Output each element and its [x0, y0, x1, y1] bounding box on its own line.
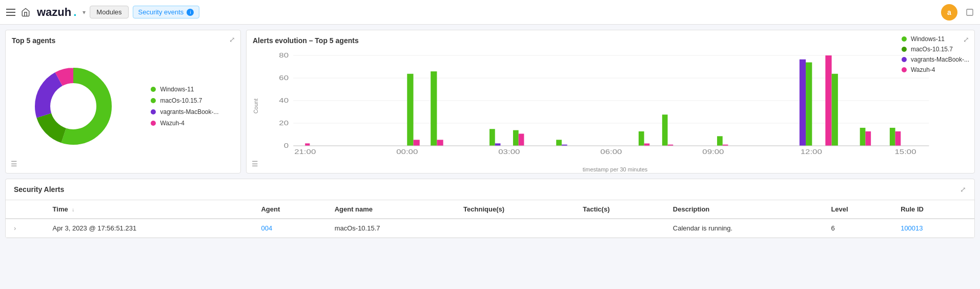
col-rule-id[interactable]: Rule ID	[892, 200, 974, 219]
top5-agents-title: Top 5 agents	[12, 36, 234, 45]
svg-rect-18	[407, 74, 413, 146]
legend-dot-macos	[151, 98, 156, 103]
svg-rect-28	[639, 131, 644, 146]
svg-text:03:00: 03:00	[498, 149, 520, 156]
bar-chart-area: Count 80 60 40 20 0	[253, 50, 968, 163]
top5-agents-panel: Top 5 agents ⤢	[5, 30, 241, 174]
table-header-row: Time ↓ Agent Agent name Technique(s) Tac…	[6, 200, 974, 219]
svg-rect-24	[513, 130, 519, 146]
col-expand	[6, 200, 45, 219]
svg-rect-34	[800, 60, 806, 146]
chevron-down-icon[interactable]: ▾	[83, 9, 86, 16]
row-agent-name: macOs-10.15.7	[326, 219, 455, 238]
svg-rect-19	[414, 140, 420, 146]
donut-chart	[27, 60, 119, 152]
row-level: 6	[823, 219, 892, 238]
col-tactics[interactable]: Tactic(s)	[575, 200, 665, 219]
svg-rect-41	[895, 131, 901, 146]
svg-rect-32	[717, 136, 723, 146]
row-rule-id[interactable]: 100013	[892, 219, 974, 238]
svg-rect-0	[967, 9, 973, 15]
bar-chart-inner: 80 60 40 20 0	[262, 50, 968, 163]
header: wazuh. ▾ Modules Security events i a	[0, 0, 980, 25]
svg-text:15:00: 15:00	[894, 149, 916, 156]
row-tactics	[575, 219, 665, 238]
row-time: Apr 3, 2023 @ 17:56:51.231	[45, 219, 253, 238]
security-alerts-panel: Security Alerts ⤢ Time ↓ Agent Agent nam…	[5, 179, 975, 238]
main-content: Top 5 agents ⤢	[0, 25, 980, 243]
row-description: Calendar is running.	[665, 219, 823, 238]
y-axis-label: Count	[253, 99, 259, 113]
avatar-button[interactable]: a	[941, 4, 957, 21]
menu-icon[interactable]	[6, 7, 16, 17]
svg-text:00:00: 00:00	[396, 149, 418, 156]
legend-label-w11: Windows-11	[911, 35, 945, 43]
legend-label-wazuh4: Wazuh-4	[160, 120, 185, 127]
charts-row: Top 5 agents ⤢	[5, 30, 975, 174]
sort-icon: ↓	[72, 207, 74, 213]
info-icon: i	[187, 9, 194, 16]
svg-text:0: 0	[284, 143, 289, 149]
svg-rect-20	[431, 71, 437, 146]
home-icon[interactable]	[21, 7, 31, 17]
legend-item: Windows-11	[151, 86, 218, 93]
col-agent-name[interactable]: Agent name	[326, 200, 455, 219]
svg-text:06:00: 06:00	[600, 149, 622, 156]
svg-text:20: 20	[279, 120, 289, 127]
window-controls	[966, 8, 974, 16]
donut-content: Windows-11 macOs-10.15.7 vagrants-MacBoo…	[12, 50, 234, 163]
svg-point-6	[51, 84, 96, 129]
svg-rect-23	[495, 143, 501, 146]
row-techniques	[455, 219, 575, 238]
legend-dot-wazuh4	[151, 121, 156, 126]
legend-dot-w11	[902, 36, 907, 42]
svg-rect-39	[865, 131, 871, 146]
svg-rect-40	[890, 128, 895, 146]
grid-icon-bar[interactable]: ☰	[252, 160, 258, 168]
legend-item: Wazuh-4	[151, 120, 218, 127]
modules-button[interactable]: Modules	[90, 6, 128, 18]
svg-text:60: 60	[279, 75, 289, 82]
legend-item: macOs-10.15.7	[151, 97, 218, 104]
expand-alerts-icon[interactable]: ⤢	[960, 185, 966, 194]
svg-text:09:00: 09:00	[702, 149, 724, 156]
legend-label-windows: Windows-11	[160, 86, 194, 93]
col-description[interactable]: Description	[665, 200, 823, 219]
svg-text:80: 80	[279, 52, 289, 59]
svg-rect-29	[644, 143, 650, 146]
svg-rect-26	[556, 140, 562, 146]
alerts-evolution-title: Alerts evolution – Top 5 agents	[253, 36, 968, 45]
svg-text:21:00: 21:00	[294, 149, 316, 156]
svg-rect-25	[519, 133, 524, 145]
row-agent[interactable]: 004	[253, 219, 326, 238]
svg-rect-17	[305, 143, 310, 146]
legend-dot-windows	[151, 87, 156, 92]
legend-item: vagrants-MacBook-...	[151, 108, 218, 115]
svg-rect-37	[832, 74, 838, 146]
svg-rect-22	[489, 129, 495, 146]
col-time[interactable]: Time ↓	[45, 200, 253, 219]
svg-rect-36	[825, 55, 831, 146]
svg-rect-35	[806, 62, 812, 146]
security-events-button[interactable]: Security events i	[133, 6, 200, 18]
table-row: › Apr 3, 2023 @ 17:56:51.231 004 macOs-1…	[6, 219, 974, 238]
row-expand-chevron[interactable]: ›	[6, 219, 45, 238]
x-axis-label: timestamp per 30 minutes	[262, 166, 968, 172]
expand-icon[interactable]: ⤢	[229, 35, 235, 44]
security-alerts-table: Time ↓ Agent Agent name Technique(s) Tac…	[6, 200, 974, 238]
svg-text:40: 40	[279, 98, 289, 104]
col-level[interactable]: Level	[823, 200, 892, 219]
col-agent[interactable]: Agent	[253, 200, 326, 219]
svg-rect-38	[860, 128, 866, 146]
bar-chart-svg: 80 60 40 20 0	[262, 50, 968, 163]
col-techniques[interactable]: Technique(s)	[455, 200, 575, 219]
svg-text:12:00: 12:00	[801, 149, 822, 156]
table-wrapper: Time ↓ Agent Agent name Technique(s) Tac…	[6, 200, 974, 238]
alerts-header: Security Alerts ⤢	[6, 179, 974, 200]
svg-rect-30	[662, 114, 668, 146]
grid-icon[interactable]: ☰	[11, 160, 17, 168]
wazuh-logo: wazuh.	[37, 6, 76, 19]
alerts-evolution-panel: Alerts evolution – Top 5 agents ⤢ Window…	[246, 30, 975, 174]
legend-item-w11: Windows-11	[902, 35, 969, 43]
legend-dot-vagrants	[151, 109, 156, 114]
